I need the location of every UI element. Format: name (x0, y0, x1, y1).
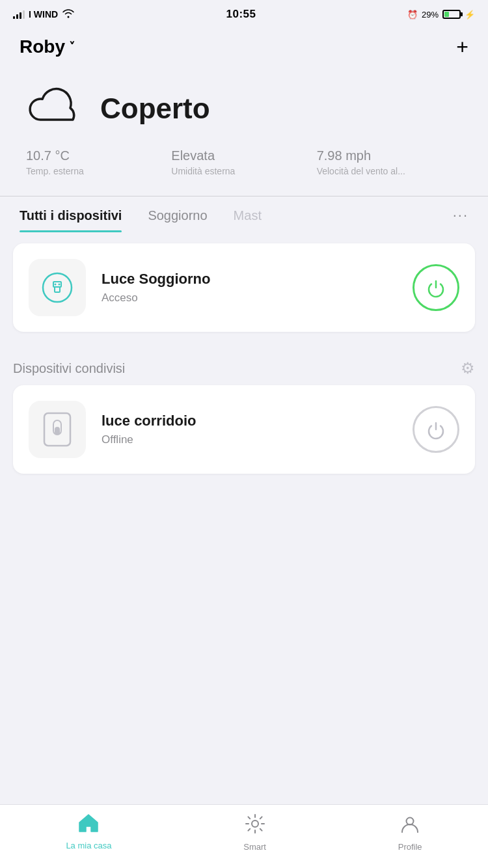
svg-line-15 (260, 817, 262, 819)
cloud-icon (26, 85, 85, 133)
bottom-nav: La mia casa Smart Profile (0, 804, 488, 868)
shared-header: Dispositivi condivisi ⚙ (0, 353, 488, 385)
weather-stats: 10.7 °C Temp. esterna Elevata Umidità es… (26, 148, 462, 176)
status-bar: I WIND 10:55 ⏰ 29% ⚡ (0, 0, 488, 29)
wind-stat: 7.98 mph Velocità del vento al... (317, 148, 462, 176)
wind-value: 7.98 mph (317, 148, 462, 163)
device-status-corridoio: Offline (102, 433, 413, 446)
power-button-luce-soggiorno[interactable] (413, 264, 459, 311)
device-card-luce-corridoio: luce corridoio Offline (13, 385, 475, 474)
status-right: ⏰ 29% ⚡ (407, 10, 475, 20)
svg-line-13 (248, 817, 250, 819)
wifi-icon (62, 8, 75, 21)
nav-item-profile[interactable]: Profile (398, 814, 422, 852)
svg-point-17 (407, 818, 414, 825)
charging-icon: ⚡ (465, 10, 475, 20)
temp-label: Temp. esterna (26, 166, 171, 176)
home-title[interactable]: Roby ˅ (20, 36, 75, 57)
signal-icon (13, 10, 25, 19)
add-button[interactable]: + (456, 36, 468, 57)
weather-section: Coperto 10.7 °C Temp. esterna Elevata Um… (0, 65, 488, 189)
device-icon-luce-soggiorno (29, 259, 86, 316)
chevron-down-icon: ˅ (69, 40, 75, 54)
temperature-stat: 10.7 °C Temp. esterna (26, 148, 171, 176)
device-icon-luce-corridoio (29, 401, 86, 458)
tabs-section: Tutti i dispositivi Soggiorno Mast ··· (0, 197, 488, 233)
profile-nav-icon (400, 814, 420, 838)
svg-rect-2 (55, 287, 60, 292)
home-nav-icon (79, 814, 98, 837)
device-name-corridoio: luce corridoio (102, 413, 413, 429)
nav-item-smart[interactable]: Smart (243, 814, 266, 852)
nav-item-home[interactable]: La mia casa (66, 814, 111, 850)
alarm-icon: ⏰ (407, 10, 418, 20)
svg-line-16 (248, 829, 250, 831)
device-card-luce-soggiorno: Luce Soggiorno Acceso (13, 243, 475, 332)
humidity-label: Umidità esterna (171, 166, 316, 176)
device-info-luce-soggiorno: Luce Soggiorno Acceso (102, 271, 413, 305)
battery-pct: 29% (422, 10, 439, 20)
nav-label-smart: Smart (243, 842, 266, 852)
device-status: Acceso (102, 292, 413, 305)
nav-label-home: La mia casa (66, 841, 111, 850)
smart-nav-icon (245, 814, 265, 838)
weather-main: Coperto (26, 85, 462, 133)
devices-section: Luce Soggiorno Acceso (0, 233, 488, 353)
wind-label: Velocità del vento al... (317, 166, 462, 176)
temp-value: 10.7 °C (26, 148, 171, 163)
svg-point-3 (55, 284, 57, 286)
power-button-luce-corridoio[interactable] (413, 406, 459, 453)
nav-label-profile: Profile (398, 842, 422, 852)
shared-devices-section: luce corridoio Offline (0, 385, 488, 495)
battery-icon (442, 10, 461, 19)
status-time: 10:55 (226, 8, 256, 21)
gear-icon[interactable]: ⚙ (461, 359, 475, 377)
status-carrier: I WIND (13, 8, 75, 21)
tab-mast[interactable]: Mast (234, 208, 262, 232)
svg-rect-7 (55, 427, 60, 435)
humidity-stat: Elevata Umidità esterna (171, 148, 316, 176)
shared-title: Dispositivi condivisi (13, 361, 125, 376)
svg-point-4 (59, 284, 61, 286)
tab-all-devices[interactable]: Tutti i dispositivi (20, 208, 122, 232)
tabs-row: Tutti i dispositivi Soggiorno Mast ··· (20, 197, 468, 233)
carrier-label: I WIND (29, 9, 58, 20)
humidity-value: Elevata (171, 148, 316, 163)
weather-condition: Coperto (100, 92, 210, 125)
svg-line-14 (260, 829, 262, 831)
home-name: Roby (20, 36, 65, 57)
device-info-luce-corridoio: luce corridoio Offline (102, 413, 413, 446)
tab-soggiorno[interactable]: Soggiorno (148, 208, 207, 232)
tab-more-button[interactable]: ··· (453, 207, 468, 233)
device-name: Luce Soggiorno (102, 271, 413, 288)
svg-point-8 (252, 821, 258, 827)
app-header: Roby ˅ + (0, 29, 488, 65)
